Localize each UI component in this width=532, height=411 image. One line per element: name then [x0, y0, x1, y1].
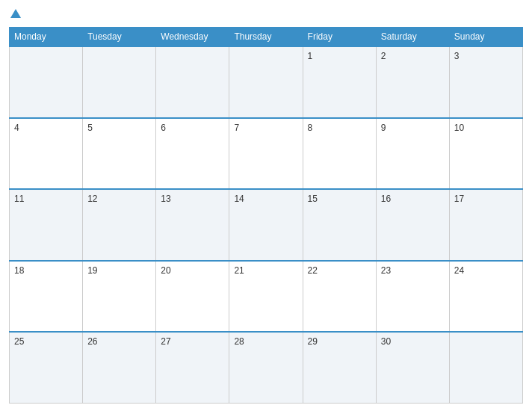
week-row-2: 45678910 [10, 118, 523, 190]
calendar-wrapper: MondayTuesdayWednesdayThursdayFridaySatu… [0, 0, 532, 411]
week-row-5: 252627282930 [10, 332, 523, 404]
day-number: 9 [381, 123, 386, 133]
calendar-cell: 23 [376, 261, 449, 333]
day-number: 20 [161, 265, 170, 276]
calendar-cell: 3 [449, 46, 522, 118]
calendar-cell: 6 [156, 118, 229, 190]
day-number: 10 [454, 123, 464, 133]
day-number: 24 [454, 265, 464, 276]
calendar-cell: 27 [156, 332, 229, 404]
calendar-cell: 16 [376, 189, 449, 261]
day-number: 18 [14, 265, 24, 276]
calendar-cell: 10 [449, 118, 522, 190]
calendar-table: MondayTuesdayWednesdayThursdayFridaySatu… [9, 27, 523, 404]
calendar-cell: 4 [10, 118, 83, 190]
day-number: 17 [454, 194, 464, 204]
day-number: 29 [308, 336, 318, 347]
weekday-saturday: Saturday [376, 28, 449, 47]
day-number: 21 [234, 265, 244, 276]
calendar-cell: 20 [156, 261, 229, 333]
calendar-cell: 28 [229, 332, 303, 404]
calendar-cell: 8 [303, 118, 376, 190]
calendar-cell [449, 332, 522, 404]
day-number: 7 [234, 123, 239, 133]
calendar-cell: 13 [156, 189, 229, 261]
calendar-cell: 24 [449, 261, 522, 333]
weekday-tuesday: Tuesday [83, 28, 156, 47]
weekday-friday: Friday [303, 28, 376, 47]
calendar-cell: 5 [83, 118, 156, 190]
calendar-cell: 9 [376, 118, 449, 190]
calendar-cell [10, 46, 83, 118]
calendar-cell: 26 [83, 332, 156, 404]
calendar-cell: 18 [10, 261, 83, 333]
calendar-cell: 12 [83, 189, 156, 261]
weekday-wednesday: Wednesday [156, 28, 229, 47]
day-number: 13 [161, 194, 170, 204]
weekday-thursday: Thursday [229, 28, 303, 47]
day-number: 19 [87, 265, 97, 276]
logo-general-row [9, 7, 21, 21]
day-number: 26 [87, 336, 97, 347]
day-number: 14 [234, 194, 244, 204]
week-row-1: 123 [10, 46, 523, 118]
calendar-cell: 2 [376, 46, 449, 118]
day-number: 11 [14, 194, 24, 204]
week-row-4: 18192021222324 [10, 261, 523, 333]
calendar-cell: 22 [303, 261, 376, 333]
day-number: 28 [234, 336, 244, 347]
day-number: 3 [454, 51, 460, 61]
day-number: 4 [14, 123, 19, 133]
day-number: 5 [87, 123, 93, 133]
calendar-cell: 29 [303, 332, 376, 404]
calendar-cell [83, 46, 156, 118]
calendar-cell: 1 [303, 46, 376, 118]
weekday-sunday: Sunday [449, 28, 522, 47]
logo-triangle-icon [10, 9, 21, 18]
day-number: 6 [161, 123, 166, 133]
calendar-header [9, 7, 523, 21]
day-number: 27 [161, 336, 170, 347]
day-number: 12 [87, 194, 97, 204]
calendar-cell: 21 [229, 261, 303, 333]
calendar-cell: 15 [303, 189, 376, 261]
calendar-cell: 11 [10, 189, 83, 261]
day-number: 8 [308, 123, 313, 133]
calendar-cell: 25 [10, 332, 83, 404]
weekday-monday: Monday [10, 28, 83, 47]
day-number: 25 [14, 336, 24, 347]
weekday-header-row: MondayTuesdayWednesdayThursdayFridaySatu… [10, 28, 523, 47]
calendar-cell [229, 46, 303, 118]
calendar-cell [156, 46, 229, 118]
day-number: 22 [308, 265, 318, 276]
calendar-cell: 30 [376, 332, 449, 404]
day-number: 2 [381, 51, 386, 61]
day-number: 16 [381, 194, 391, 204]
logo [9, 7, 21, 21]
day-number: 1 [308, 51, 313, 61]
calendar-cell: 7 [229, 118, 303, 190]
week-row-3: 11121314151617 [10, 189, 523, 261]
day-number: 23 [381, 265, 391, 276]
day-number: 15 [308, 194, 318, 204]
calendar-cell: 14 [229, 189, 303, 261]
calendar-cell: 19 [83, 261, 156, 333]
calendar-cell: 17 [449, 189, 522, 261]
day-number: 30 [381, 336, 391, 347]
